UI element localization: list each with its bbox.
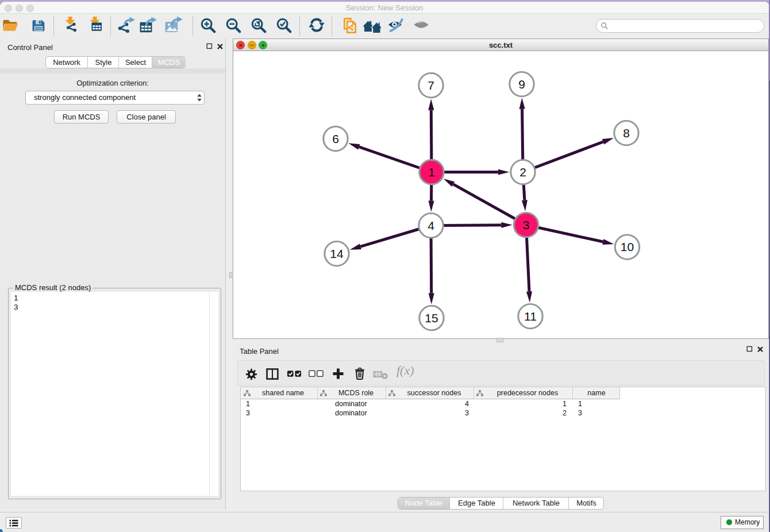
svg-text:8: 8 <box>623 126 630 140</box>
svg-text:14: 14 <box>330 247 344 260</box>
svg-text:15: 15 <box>425 311 438 325</box>
svg-text:10: 10 <box>621 240 634 253</box>
svg-text:6: 6 <box>332 132 339 145</box>
svg-text:11: 11 <box>524 310 537 323</box>
svg-text:9: 9 <box>518 78 525 91</box>
svg-text:7: 7 <box>428 79 434 92</box>
svg-text:3: 3 <box>523 218 530 232</box>
svg-text:2: 2 <box>519 165 526 179</box>
svg-text:4: 4 <box>428 219 434 232</box>
svg-text:1: 1 <box>428 165 435 179</box>
